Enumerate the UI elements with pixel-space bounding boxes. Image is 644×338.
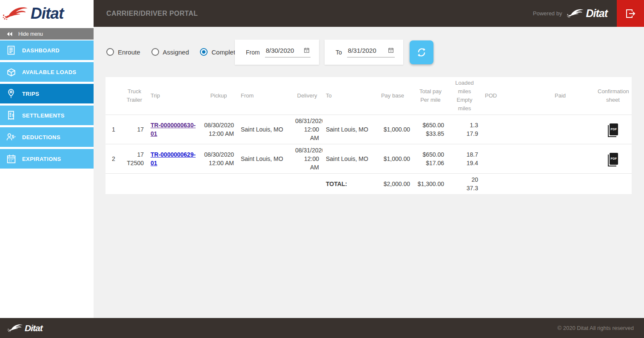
pay-base-cell: $1,000.00 — [372, 115, 413, 144]
col-header-truck-trailer: TruckTrailer — [122, 77, 147, 115]
col-header-pay-base: Pay base — [372, 77, 413, 115]
trips-table: TruckTrailer Trip Pickup From Delivery T… — [105, 77, 632, 194]
from-cell: Saint Louis, MO — [237, 115, 292, 144]
radio-enroute[interactable]: Enroute — [106, 48, 140, 56]
delivery-cell: 08/31/202012:00 AM — [292, 115, 322, 144]
radio-assigned[interactable]: Assigned — [151, 48, 189, 56]
miles-cell: 1.317.9 — [447, 115, 482, 144]
pickup-cell: 08/30/202012:00 AM — [200, 144, 237, 174]
col-header-trip: Trip — [147, 77, 200, 115]
trip-link[interactable]: TR-0000000629-01 — [151, 151, 196, 166]
total-total-pay: $1,300.00 — [413, 174, 447, 195]
pay-base-cell: $1,000.00 — [372, 144, 413, 174]
logout-icon — [624, 7, 637, 20]
total-pay-base: $2,000.00 — [372, 174, 413, 195]
table-row: 1 17 TR-0000000630-01 08/30/202012:00 AM… — [105, 115, 632, 144]
header: CARRIER/DRIVER PORTAL Powered by Ditat — [94, 0, 644, 27]
map-pin-icon — [0, 89, 22, 99]
brand-text: Ditat — [586, 7, 607, 20]
total-label: TOTAL: — [322, 174, 372, 195]
col-header-num — [105, 77, 122, 115]
trip-link[interactable]: TR-0000000630-01 — [151, 122, 196, 137]
from-cell: Saint Louis, MO — [237, 144, 292, 174]
receipt-icon: $ — [0, 110, 22, 120]
sidebar-item-deductions[interactable]: $ DEDUCTIONS — [0, 127, 94, 147]
brand-text: Ditat — [31, 5, 63, 23]
total-pay-cell: $650.00$33.85 — [413, 115, 447, 144]
status-filter-group: Enroute Assigned Completed — [106, 48, 254, 56]
sidebar-item-dashboard[interactable]: DASHBOARD — [0, 40, 94, 60]
total-row: TOTAL: $2,000.00 $1,300.00 2037.3 — [105, 174, 632, 195]
powered-by-block: Powered by Ditat — [533, 7, 607, 20]
pdf-icon[interactable]: PDF — [610, 123, 618, 135]
confirmation-sheet-cell: PDF — [594, 115, 632, 144]
refresh-button[interactable] — [410, 40, 433, 64]
trip-cell: TR-0000000629-01 — [147, 144, 200, 174]
calendar-picker-icon[interactable] — [388, 47, 394, 55]
to-field — [347, 47, 395, 57]
col-header-pod: POD — [482, 77, 526, 115]
powered-by-label: Powered by — [533, 10, 562, 17]
radio-label: Enroute — [118, 49, 140, 56]
confirmation-sheet-cell: PDF — [594, 144, 632, 174]
from-field — [265, 47, 311, 57]
paid-cell — [526, 115, 594, 144]
col-header-from: From — [237, 77, 292, 115]
svg-text:$: $ — [12, 135, 14, 139]
footer-ditat-logo: Ditat — [8, 323, 43, 333]
row-number: 1 — [105, 115, 122, 144]
radio-circle[interactable] — [106, 48, 114, 56]
col-header-pickup: Pickup — [200, 77, 237, 115]
copyright-text: © 2020 Ditat All rights reserved — [558, 325, 634, 331]
truck-trailer-cell: 17T2500 — [122, 144, 147, 174]
radio-label: Assigned — [163, 49, 189, 56]
ditat-swoosh-icon — [8, 323, 24, 333]
svg-text:$: $ — [12, 113, 14, 117]
ditat-swoosh-icon — [3, 5, 30, 22]
sidebar-menu: DASHBOARD AVAILABLE LOADS TRIPS — [0, 40, 94, 169]
app-logo: Ditat — [0, 0, 94, 27]
trip-cell: TR-0000000630-01 — [147, 115, 200, 144]
total-pay-cell: $650.00$17.06 — [413, 144, 447, 174]
logout-button[interactable] — [617, 0, 644, 27]
col-header-total-pay: Total payPer mile — [413, 77, 447, 115]
radio-circle[interactable] — [200, 48, 208, 56]
hide-menu-button[interactable]: Hide menu — [0, 28, 94, 40]
to-cell: Saint Louis, MO — [322, 115, 372, 144]
person-dollar-icon: $ — [0, 132, 22, 143]
footer: Ditat © 2020 Ditat All rights reserved — [0, 318, 644, 338]
pod-cell — [482, 115, 526, 144]
radio-circle[interactable] — [151, 48, 159, 56]
to-label: To — [336, 49, 342, 56]
paid-cell — [526, 144, 594, 174]
collapse-left-icon — [7, 32, 12, 36]
sidebar-item-label: SETTLEMENTS — [22, 112, 65, 119]
sidebar-item-expirations[interactable]: EXPIRATIONS — [0, 149, 94, 169]
sidebar-item-settlements[interactable]: $ SETTLEMENTS — [0, 106, 94, 125]
box-icon — [0, 67, 22, 77]
date-to-card: To — [325, 40, 403, 65]
brand-text: Ditat — [25, 323, 43, 333]
date-from-card: From — [235, 40, 319, 65]
sidebar-item-label: DASHBOARD — [22, 47, 60, 54]
pdf-icon[interactable]: PDF — [610, 153, 618, 165]
sidebar-item-trips[interactable]: TRIPS — [0, 84, 94, 103]
sidebar-item-label: EXPIRATIONS — [22, 156, 61, 162]
sidebar-item-label: TRIPS — [22, 91, 39, 97]
miles-cell: 18.719.4 — [447, 144, 482, 174]
table-header-row: TruckTrailer Trip Pickup From Delivery T… — [105, 77, 632, 115]
from-label: From — [246, 49, 260, 56]
calendar-icon — [0, 154, 22, 164]
col-header-confirmation-sheet: Confirmationsheet — [594, 77, 632, 115]
sidebar-item-available-loads[interactable]: AVAILABLE LOADS — [0, 62, 94, 82]
page-title: CARRIER/DRIVER PORTAL — [94, 10, 198, 17]
sidebar: Hide menu DASHBOARD AVAILABLE LOADS — [0, 27, 94, 318]
dashboard-icon — [0, 45, 22, 55]
col-header-paid: Paid — [526, 77, 594, 115]
delivery-cell: 08/31/202012:00 AM — [292, 144, 322, 174]
col-header-delivery: Delivery — [292, 77, 322, 115]
ditat-swoosh-icon — [567, 8, 585, 19]
sidebar-item-label: AVAILABLE LOADS — [22, 69, 77, 75]
calendar-picker-icon[interactable] — [304, 47, 310, 55]
col-header-to: To — [322, 77, 372, 115]
